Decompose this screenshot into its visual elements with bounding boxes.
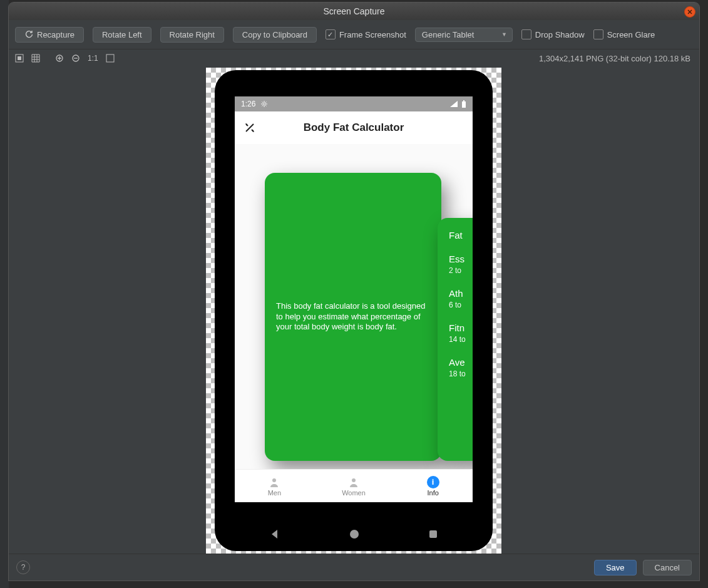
info-card-text: This body fat calculator is a tool desig… (276, 301, 430, 333)
svg-rect-7 (463, 100, 464, 101)
checkbox-icon (521, 29, 531, 39)
svg-point-9 (352, 478, 356, 482)
zoom-in-button[interactable] (53, 51, 66, 65)
zoom-in-icon (55, 54, 64, 63)
nav-women[interactable]: Women (314, 470, 394, 502)
tablet-frame: 1:26 Body Fat Calculator (215, 70, 493, 551)
svg-point-5 (263, 103, 265, 105)
svg-point-8 (272, 478, 276, 482)
dialog-footer: ? Save Cancel (9, 554, 699, 580)
app-bar: Body Fat Calculator (235, 111, 473, 145)
svg-rect-6 (462, 101, 466, 108)
image-info-status: 1,304x2,141 PNG (32-bit color) 120.18 kB (539, 54, 695, 63)
copy-clipboard-button[interactable]: Copy to Clipboard (233, 27, 317, 43)
checkbox-icon (326, 29, 336, 39)
main-toolbar: Recapture Rotate Left Rotate Right Copy … (9, 20, 699, 49)
screen-capture-window: Screen Capture Recapture Rotate Left Rot… (9, 3, 699, 580)
recents-icon[interactable] (428, 529, 438, 539)
person-icon (347, 476, 360, 488)
refresh-icon (24, 30, 33, 39)
rotate-left-button[interactable]: Rotate Left (93, 27, 151, 43)
svg-rect-1 (18, 56, 21, 60)
person-icon (268, 476, 280, 488)
android-nav-bar (235, 525, 473, 544)
device-screen: 1:26 Body Fat Calculator (235, 96, 473, 502)
zoom-actual-button[interactable]: 1:1 (85, 51, 101, 65)
info-card-categories: Fat Ess2 to Ath6 to Fitn14 to Ave18 to (438, 218, 473, 461)
cancel-button[interactable]: Cancel (643, 560, 692, 575)
svg-rect-11 (429, 530, 437, 538)
grid-icon (31, 54, 40, 63)
nav-men[interactable]: Men (235, 470, 314, 502)
fit-zoom-button[interactable] (103, 51, 117, 65)
drop-shadow-checkbox[interactable]: Drop Shadow (521, 29, 585, 39)
android-statusbar: 1:26 (235, 96, 473, 111)
transparency-background: 1:26 Body Fat Calculator (206, 68, 501, 554)
preview-canvas[interactable]: 1:26 Body Fat Calculator (9, 65, 699, 554)
screen-glare-checkbox[interactable]: Screen Glare (593, 29, 655, 39)
rotate-right-button[interactable]: Rotate Right (160, 27, 224, 43)
nav-info[interactable]: i Info (393, 470, 473, 502)
gear-icon (260, 100, 268, 108)
zoom-out-icon (71, 54, 80, 63)
titlebar: Screen Capture (9, 3, 699, 20)
app-title: Body Fat Calculator (235, 121, 473, 134)
app-content: This body fat calculator is a tool desig… (235, 144, 473, 470)
back-icon[interactable] (269, 529, 280, 540)
grid-button[interactable] (29, 51, 43, 65)
svg-point-10 (350, 530, 359, 539)
signal-icon (450, 101, 458, 107)
bottom-nav: Men Women i Info (235, 469, 473, 502)
help-button[interactable]: ? (16, 560, 30, 574)
status-time: 1:26 (241, 100, 255, 108)
battery-icon (461, 100, 466, 108)
recapture-label: Recapture (37, 30, 74, 39)
zoom-out-button[interactable] (69, 51, 83, 65)
checkbox-icon (593, 29, 603, 39)
window-title: Screen Capture (323, 6, 384, 16)
actual-size-button[interactable] (13, 51, 26, 65)
fit-zoom-icon (106, 54, 115, 63)
frame-screenshot-checkbox[interactable]: Frame Screenshot (326, 29, 406, 39)
info-card-main: This body fat calculator is a tool desig… (265, 173, 441, 461)
fit-icon (15, 54, 24, 63)
recapture-button[interactable]: Recapture (15, 27, 84, 43)
home-icon[interactable] (349, 529, 360, 540)
svg-rect-4 (106, 54, 114, 62)
device-frame-dropdown[interactable]: Generic Tablet (415, 28, 513, 42)
window-close-button[interactable] (684, 6, 695, 18)
save-button[interactable]: Save (594, 560, 637, 575)
close-icon (687, 9, 692, 14)
info-icon: i (427, 476, 439, 488)
ide-gutter (0, 0, 9, 588)
